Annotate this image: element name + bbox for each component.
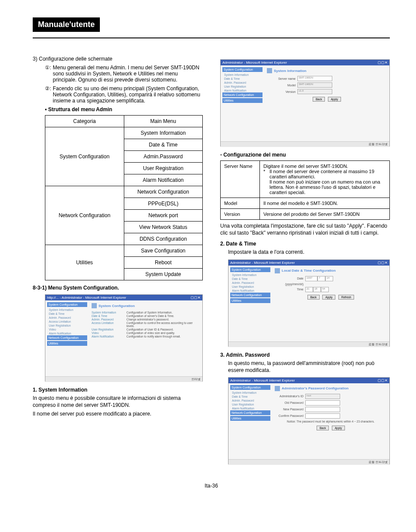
ss1-list-l[interactable]: Access Limitation	[92, 321, 126, 327]
screenshot-datetime: Administrator - Microsoft Internet Explo…	[228, 259, 390, 347]
field-servername[interactable]: SMT-190DN	[297, 76, 332, 81]
ss-side-item[interactable]: Admin. Password	[230, 281, 270, 285]
ss-side-item[interactable]: System Information	[222, 73, 263, 77]
ss-side-sysconf[interactable]: System Configuration	[230, 267, 270, 272]
mm-update: System Update	[124, 269, 203, 280]
ss1-list-r: Configuration of System Information.	[126, 311, 200, 314]
screenshot-password: Administrator - Microsoft Internet Explo…	[228, 377, 390, 464]
ss-dt-title: Local Date & Time Configuration	[282, 269, 336, 273]
ss-side-item[interactable]: User Registration	[230, 402, 270, 406]
ss1-side-item[interactable]: Access Limitation	[47, 320, 87, 324]
refresh-button[interactable]: Refresh	[338, 295, 355, 300]
mm-ddns: DDNS Configuration	[124, 233, 203, 245]
back-button[interactable]: Back	[317, 426, 329, 430]
screenshot-sysinfo: Administrator - Microsoft Internet Explo…	[220, 59, 390, 147]
ss-side-item[interactable]: User Registration	[222, 85, 263, 89]
ss-side-item[interactable]: System Information	[230, 273, 270, 277]
field-date-d[interactable]: 14	[325, 276, 333, 281]
circled-1: ①:	[45, 65, 53, 83]
ss-side-netconf[interactable]: Network Configuration	[222, 92, 263, 97]
back-button[interactable]: Back	[307, 295, 320, 300]
step-2-text: Facendo clic su uno dei menu principali …	[53, 85, 203, 104]
ss1-side-item[interactable]: Video	[47, 327, 87, 331]
field-confpwd[interactable]	[305, 413, 340, 419]
lbl-confpwd: Confirm Password	[275, 414, 305, 417]
ss1-list-l[interactable]: Date & Time	[92, 314, 126, 317]
field-date-y[interactable]: 1997	[305, 276, 317, 281]
field-newpwd[interactable]	[305, 407, 340, 412]
ss-side-item[interactable]: Admin. Password	[230, 399, 270, 402]
mm-adminpwd: Admin.Password	[124, 151, 203, 163]
ss1-list-r: Configuration to control the access acco…	[126, 321, 200, 327]
ss-side-item[interactable]: System Information	[230, 391, 270, 395]
ss-side-item[interactable]: Date & Time	[230, 395, 270, 399]
cat-network: Network Configuration	[45, 186, 124, 245]
cfg-val-servername: Digitare il nome del server SMT-190DN. *…	[260, 161, 390, 198]
ss-dt-status: 로컬 인트라넷	[228, 341, 389, 347]
lbl-date-fmt: (yyyy/mm/dd)	[275, 283, 305, 286]
ss1-list-r: Configuration to notify alarm through em…	[126, 335, 200, 338]
field-time-m[interactable]: 18	[313, 287, 321, 292]
ss-side-item[interactable]: Date & Time	[230, 277, 270, 281]
mm-viewnet: View Network Status	[124, 222, 203, 233]
sec1-p1: In questo menu è possibile consultare le…	[33, 395, 203, 409]
cfg-servername-main: Digitare il nome del server SMT-190DN.	[263, 164, 348, 169]
ss-side-item[interactable]: Alarm Notification	[222, 89, 263, 92]
ss-side-util[interactable]: Utilities	[230, 298, 270, 303]
ss1-side-netconf[interactable]: Network Configuration	[47, 335, 87, 340]
field-date-m[interactable]: 7	[317, 276, 325, 281]
ss1-list-l[interactable]: Admin. Password	[92, 318, 126, 321]
ss-side-sysconf[interactable]: System Configuration	[230, 385, 270, 390]
field-time-h[interactable]: 21	[305, 287, 313, 292]
sec3-body: In questo menu, la password dell'amminis…	[220, 360, 390, 374]
lbl-model: Model	[267, 84, 297, 87]
ss1-list-l[interactable]: User Registration	[92, 328, 126, 331]
sec-831-title: 8-3-1) Menu System Configuration.	[33, 285, 203, 291]
window-controls-icon: ▢▢✕	[378, 379, 388, 382]
ss1-list-l[interactable]: Video	[92, 331, 126, 334]
ss-side-item[interactable]: User Registration	[230, 285, 270, 289]
mm-sysinfo: System Information	[124, 127, 203, 139]
ss-side-util[interactable]: Utilities	[230, 416, 270, 421]
ss1-list-r: Configuration of server's Date & Time.	[126, 314, 200, 317]
ss1-titlebar: http://... - Administrator - Microsoft I…	[47, 296, 126, 300]
apply-button[interactable]: Apply	[332, 426, 345, 430]
back-button[interactable]: Back	[313, 97, 325, 102]
ss-side-item[interactable]: Date & Time	[222, 77, 263, 81]
window-controls-icon: ▢▢✕	[378, 261, 388, 265]
apply-button[interactable]: Apply	[328, 97, 341, 102]
mm-reboot: Reboot	[124, 257, 203, 269]
window-controls-icon: ▢▢✕	[191, 296, 201, 300]
mm-alarm: Alarm Notification	[124, 174, 203, 186]
info-icon	[267, 68, 272, 73]
ss-side-netconf[interactable]: Network Configuration	[230, 410, 270, 415]
lbl-adminid: Administrator's ID	[275, 395, 305, 398]
ss-side-item[interactable]: Admin. Password	[222, 81, 263, 85]
ss1-side-item[interactable]: Alarm Notification	[47, 331, 87, 335]
ss1-side-item[interactable]: Admin. Password	[47, 316, 87, 320]
ss-side-item[interactable]: Alarm Notification	[230, 406, 270, 410]
ss1-side-item[interactable]: User Registration	[47, 324, 87, 327]
clock-icon	[275, 268, 280, 273]
ss-side-item[interactable]: Alarm Notification	[230, 289, 270, 293]
ss1-side-sysconf[interactable]: System Configuration	[47, 302, 87, 307]
ss1-side-item[interactable]: Date & Time	[47, 312, 87, 316]
ss-side-netconf[interactable]: Network Configuration	[230, 293, 270, 297]
cfg-key-model: Model	[221, 198, 260, 209]
field-time-s[interactable]: 54	[321, 287, 329, 292]
sec1-title: 1. System Information	[33, 387, 203, 393]
mm-netport: Network port	[124, 210, 203, 222]
ss-side-sysconf[interactable]: System Configuration	[222, 67, 263, 72]
ss1-side-item[interactable]: System Information	[47, 308, 87, 312]
apply-button[interactable]: Apply	[322, 295, 335, 300]
ss1-list-l[interactable]: System Information	[92, 311, 126, 314]
ss1-list-r: Configuration of User ID & Password.	[126, 328, 200, 331]
config-menu-table: Server Name Digitare il nome del server …	[220, 160, 390, 220]
ss-sysinfo-titlebar: Administrator - Microsoft Internet Explo…	[222, 61, 287, 65]
ss1-list-l[interactable]: Alarm Notification	[92, 335, 126, 338]
ss-side-util[interactable]: Utilities	[222, 98, 263, 103]
screenshot-system-config: http://... - Administrator - Microsoft I…	[45, 294, 203, 382]
left-column: 3) Configurazione delle schermate ①: Men…	[33, 56, 203, 470]
field-oldpwd[interactable]	[305, 400, 340, 406]
ss1-side-util[interactable]: Utilities	[47, 341, 87, 346]
